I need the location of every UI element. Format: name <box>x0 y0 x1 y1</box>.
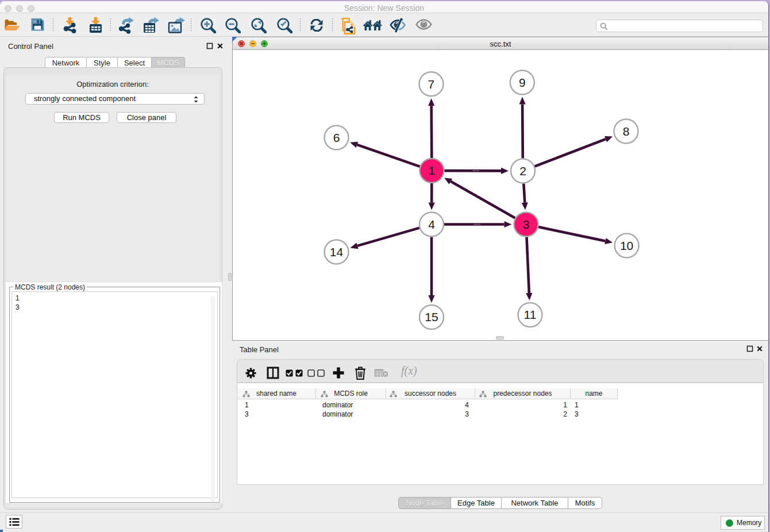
svg-text:4: 4 <box>428 218 435 231</box>
svg-text:9: 9 <box>519 76 526 89</box>
svg-text:15: 15 <box>425 310 438 323</box>
svg-text:7: 7 <box>428 78 435 91</box>
svg-text:10: 10 <box>620 239 633 252</box>
svg-text:2: 2 <box>519 164 526 178</box>
svg-text:3: 3 <box>523 218 530 231</box>
svg-text:1: 1 <box>429 164 436 177</box>
svg-text:14: 14 <box>330 245 344 259</box>
svg-text:8: 8 <box>623 125 630 138</box>
svg-text:6: 6 <box>333 131 340 144</box>
svg-text:11: 11 <box>524 308 537 321</box>
